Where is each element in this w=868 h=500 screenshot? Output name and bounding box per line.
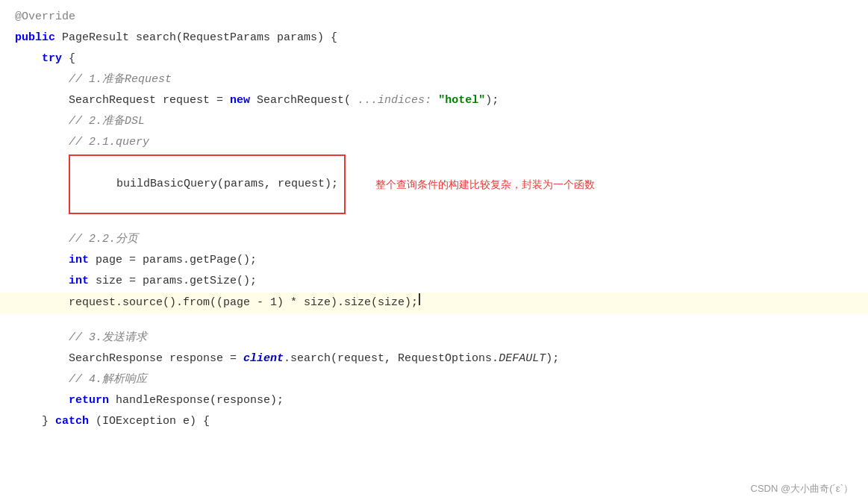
indent bbox=[15, 134, 69, 151]
var-client: client bbox=[243, 350, 284, 368]
code-text: size = params.getSize(); bbox=[89, 272, 257, 290]
kw-new: new bbox=[230, 92, 250, 110]
code-line-12: int size = params.getSize(); bbox=[0, 272, 868, 293]
comment-4: // 2.2.分页 bbox=[69, 231, 138, 249]
code-line-16: SearchResponse response = client .search… bbox=[0, 349, 868, 370]
code-line-5: SearchRequest request = new SearchReques… bbox=[0, 91, 868, 112]
method-call: buildBasicQuery(params, request); bbox=[116, 178, 338, 190]
comment-5: // 3.发送请求 bbox=[69, 329, 147, 347]
indent bbox=[15, 251, 69, 269]
comment-1: // 1.准备Request bbox=[69, 71, 172, 89]
indent bbox=[15, 350, 69, 368]
code-text: ); bbox=[546, 350, 559, 368]
code-text: (IOException e) { bbox=[89, 413, 210, 431]
kw-try: try bbox=[42, 50, 62, 68]
code-line-9 bbox=[0, 215, 868, 230]
boxed-method: buildBasicQuery(params, request); bbox=[69, 154, 346, 214]
code-line-10: // 2.2.分页 bbox=[0, 230, 868, 251]
code-text: ); bbox=[485, 92, 499, 110]
indent bbox=[15, 371, 69, 389]
code-text: SearchResponse response = bbox=[69, 350, 243, 368]
indent bbox=[15, 175, 69, 193]
indent bbox=[15, 50, 42, 68]
code-text bbox=[431, 92, 438, 110]
string-hotel: "hotel" bbox=[438, 92, 485, 110]
code-text: } bbox=[42, 413, 55, 431]
code-line-8: buildBasicQuery(params, request); 整个查询条件… bbox=[0, 154, 868, 215]
code-line-11: int page = params.getPage(); bbox=[0, 251, 868, 272]
code-container: @Override public PageResult search(Reque… bbox=[0, 0, 868, 500]
code-hint: ...indices: bbox=[351, 92, 431, 110]
code-text: { bbox=[62, 50, 75, 68]
code-line-19: } catch (IOException e) { bbox=[0, 412, 868, 433]
constant-default: DEFAULT bbox=[499, 350, 546, 368]
code-line-2: public PageResult search(RequestParams p… bbox=[0, 28, 868, 49]
bottom-label-text: CSDN @大小曲奇(´ε`） bbox=[751, 483, 853, 494]
code-line-17: // 4.解析响应 bbox=[0, 370, 868, 391]
bottom-label: CSDN @大小曲奇(´ε`） bbox=[751, 478, 853, 500]
indent bbox=[15, 231, 69, 249]
red-annotation: 整个查询条件的构建比较复杂，封装为一个函数 bbox=[375, 176, 595, 193]
indent bbox=[15, 329, 69, 347]
comment-2: // 2.准备DSL bbox=[69, 113, 145, 131]
code-text: PageResult search(RequestParams params) … bbox=[55, 29, 337, 47]
code-line-7: // 2.1.query bbox=[0, 133, 868, 154]
code-line-6: // 2.准备DSL bbox=[0, 112, 868, 133]
code-line-14 bbox=[0, 313, 868, 328]
indent bbox=[15, 413, 42, 431]
code-line-3: try { bbox=[0, 49, 868, 70]
kw-int-1: int bbox=[69, 251, 89, 269]
code-line-13: request.source().from((page - 1) * size)… bbox=[0, 293, 868, 313]
code-line-4: // 1.准备Request bbox=[0, 70, 868, 91]
indent bbox=[15, 392, 69, 410]
code-text: request.source().from((page - 1) * size)… bbox=[69, 294, 418, 312]
comment-3: // 2.1.query bbox=[69, 134, 149, 151]
kw-return: return bbox=[69, 392, 109, 410]
code-text: page = params.getPage(); bbox=[89, 251, 257, 269]
indent bbox=[15, 113, 69, 131]
code-text: SearchRequest( bbox=[250, 92, 351, 110]
code-text: SearchRequest request = bbox=[69, 92, 230, 110]
kw-catch: catch bbox=[55, 413, 89, 431]
kw-public: public bbox=[15, 29, 55, 47]
indent bbox=[15, 272, 69, 290]
annotation-override: @Override bbox=[15, 8, 75, 26]
code-line-1: @Override bbox=[0, 7, 868, 28]
indent bbox=[15, 294, 69, 312]
indent bbox=[15, 92, 69, 110]
code-line-15: // 3.发送请求 bbox=[0, 328, 868, 349]
code-text: handleResponse(response); bbox=[109, 392, 284, 410]
cursor bbox=[419, 293, 420, 305]
kw-int-2: int bbox=[69, 272, 89, 290]
indent bbox=[15, 71, 69, 89]
code-line-18: return handleResponse(response); bbox=[0, 391, 868, 412]
comment-6: // 4.解析响应 bbox=[69, 371, 147, 389]
code-text: .search(request, RequestOptions. bbox=[284, 350, 499, 368]
